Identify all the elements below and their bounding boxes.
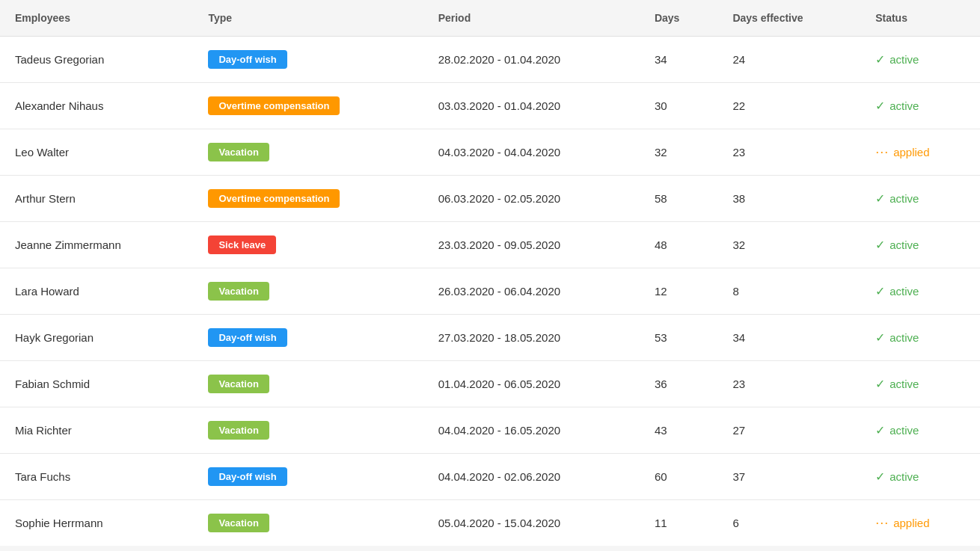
- period: 03.03.2020 - 01.04.2020: [423, 83, 640, 129]
- employees-table: Employees Type Period Days Days effectiv…: [0, 0, 980, 546]
- table-header-row: Employees Type Period Days Days effectiv…: [0, 0, 980, 37]
- days: 60: [640, 454, 717, 500]
- days: 32: [640, 129, 717, 176]
- dots-icon: ···: [875, 144, 889, 160]
- days: 43: [640, 407, 717, 454]
- type-badge: Sick leave: [208, 236, 276, 254]
- check-icon: ✓: [875, 191, 885, 206]
- check-icon: ✓: [875, 423, 885, 437]
- check-icon: ✓: [875, 470, 885, 484]
- status: ✓active: [860, 315, 980, 361]
- table-row: Jeanne ZimmermannSick leave23.03.2020 - …: [0, 222, 980, 268]
- table-row: Leo WalterVacation04.03.2020 - 04.04.202…: [0, 129, 980, 176]
- leave-type: Vacation: [193, 268, 423, 315]
- type-badge: Vacation: [208, 282, 269, 301]
- employee-name: Hayk Gregorian: [0, 315, 193, 361]
- period: 06.03.2020 - 02.05.2020: [423, 176, 640, 222]
- leave-type: Day-off wish: [193, 37, 423, 83]
- period: 26.03.2020 - 06.04.2020: [423, 268, 640, 315]
- period: 27.03.2020 - 18.05.2020: [423, 315, 640, 361]
- status: ✓active: [860, 37, 980, 83]
- type-badge: Day-off wish: [208, 467, 287, 486]
- period: 01.04.2020 - 06.05.2020: [423, 361, 640, 407]
- main-container: Employees Type Period Days Days effectiv…: [0, 0, 980, 551]
- days-effective: 27: [717, 407, 860, 454]
- col-status: Status: [860, 0, 980, 37]
- period: 28.02.2020 - 01.04.2020: [423, 37, 640, 83]
- type-badge: Overtime compensation: [208, 189, 340, 208]
- type-badge: Day-off wish: [208, 50, 287, 69]
- table-row: Lara HowardVacation26.03.2020 - 06.04.20…: [0, 268, 980, 315]
- leave-type: Overtime compensation: [193, 176, 423, 222]
- col-employees: Employees: [0, 0, 193, 37]
- employee-name: Lara Howard: [0, 268, 193, 315]
- check-icon: ✓: [875, 377, 885, 391]
- employee-name: Mia Richter: [0, 407, 193, 454]
- status-label: applied: [893, 146, 929, 158]
- days: 30: [640, 83, 717, 129]
- period: 04.04.2020 - 16.05.2020: [423, 407, 640, 454]
- status: ✓active: [860, 454, 980, 500]
- col-type: Type: [193, 0, 423, 37]
- type-badge: Vacation: [208, 143, 269, 161]
- days: 58: [640, 176, 717, 222]
- status-label: active: [889, 331, 919, 344]
- check-icon: ✓: [875, 99, 885, 113]
- status: ✓active: [860, 268, 980, 315]
- days: 11: [640, 500, 717, 547]
- status-label: active: [889, 378, 919, 390]
- employee-name: Tadeus Gregorian: [0, 37, 193, 83]
- status: ✓active: [860, 361, 980, 407]
- check-icon: ✓: [875, 284, 885, 298]
- table-row: Arthur SternOvertime compensation06.03.2…: [0, 176, 980, 222]
- days-effective: 22: [717, 83, 860, 129]
- days: 48: [640, 222, 717, 268]
- leave-type: Day-off wish: [193, 315, 423, 361]
- leave-type: Vacation: [193, 129, 423, 176]
- status-label: active: [889, 192, 919, 205]
- status-label: active: [889, 53, 919, 66]
- table-row: Tara FuchsDay-off wish04.04.2020 - 02.06…: [0, 454, 980, 500]
- status-label: applied: [893, 517, 929, 529]
- days-effective: 24: [717, 37, 860, 83]
- col-period: Period: [423, 0, 640, 37]
- employee-name: Alexander Nihaus: [0, 83, 193, 129]
- status: ✓active: [860, 407, 980, 454]
- days: 36: [640, 361, 717, 407]
- table-row: Tadeus GregorianDay-off wish28.02.2020 -…: [0, 37, 980, 83]
- leave-type: Sick leave: [193, 222, 423, 268]
- status-label: active: [889, 238, 919, 251]
- table-row: Mia RichterVacation04.04.2020 - 16.05.20…: [0, 407, 980, 454]
- employee-name: Tara Fuchs: [0, 454, 193, 500]
- type-badge: Vacation: [208, 514, 269, 532]
- type-badge: Overtime compensation: [208, 96, 340, 115]
- col-days: Days: [640, 0, 717, 37]
- table-row: Alexander NihausOvertime compensation03.…: [0, 83, 980, 129]
- type-badge: Day-off wish: [208, 328, 287, 347]
- status-label: active: [889, 285, 919, 298]
- table-row: Fabian SchmidVacation01.04.2020 - 06.05.…: [0, 361, 980, 407]
- check-icon: ✓: [875, 52, 885, 67]
- period: 23.03.2020 - 09.05.2020: [423, 222, 640, 268]
- days-effective: 8: [717, 268, 860, 315]
- days-effective: 37: [717, 454, 860, 500]
- status: ···applied: [860, 500, 980, 547]
- days-effective: 6: [717, 500, 860, 547]
- table-row: Hayk GregorianDay-off wish27.03.2020 - 1…: [0, 315, 980, 361]
- leave-type: Vacation: [193, 500, 423, 547]
- employee-name: Jeanne Zimmermann: [0, 222, 193, 268]
- status: ✓active: [860, 176, 980, 222]
- leave-type: Vacation: [193, 407, 423, 454]
- days: 12: [640, 268, 717, 315]
- days: 34: [640, 37, 717, 83]
- type-badge: Vacation: [208, 421, 269, 440]
- days-effective: 32: [717, 222, 860, 268]
- employee-name: Arthur Stern: [0, 176, 193, 222]
- status: ✓active: [860, 83, 980, 129]
- col-days-effective: Days effective: [717, 0, 860, 37]
- period: 04.04.2020 - 02.06.2020: [423, 454, 640, 500]
- days: 53: [640, 315, 717, 361]
- table-row: Sophie HerrmannVacation05.04.2020 - 15.0…: [0, 500, 980, 547]
- days-effective: 34: [717, 315, 860, 361]
- check-icon: ✓: [875, 330, 885, 345]
